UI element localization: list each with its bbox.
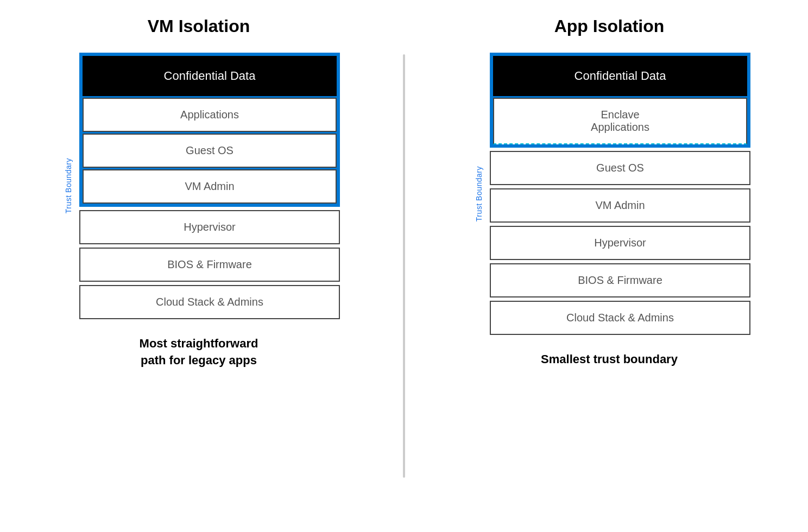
vm-trust-box: Confidential Data Applications Guest OS … bbox=[79, 53, 340, 207]
app-bios-row: BIOS & Firmware bbox=[490, 263, 750, 297]
app-isolation-panel: App Isolation Trust Boundary Confidentia… bbox=[411, 0, 808, 379]
vm-panel-title: VM Isolation bbox=[148, 16, 250, 36]
vm-trust-label-container: Trust Boundary bbox=[58, 158, 79, 213]
app-confidential-data-row: Confidential Data bbox=[493, 56, 747, 96]
app-cloud-stack-row: Cloud Stack & Admins bbox=[490, 301, 750, 335]
vm-confidential-data-row: Confidential Data bbox=[83, 56, 337, 96]
app-guest-os-row: Guest OS bbox=[490, 151, 750, 185]
app-hypervisor-row: Hypervisor bbox=[490, 226, 750, 260]
vm-hypervisor-row: Hypervisor bbox=[79, 210, 340, 244]
vertical-divider bbox=[403, 54, 405, 478]
vm-bios-row: BIOS & Firmware bbox=[79, 248, 340, 282]
app-panel-title: App Isolation bbox=[554, 16, 665, 36]
app-stack-wrapper: Trust Boundary Confidential Data Enclave… bbox=[421, 53, 797, 335]
page-container: VM Isolation Trust Boundary Confidential… bbox=[0, 0, 808, 532]
vm-panel-subtitle: Most straightforward path for legacy app… bbox=[140, 335, 258, 369]
vm-guest-os-row: Guest OS bbox=[83, 134, 337, 168]
app-trust-wrapper: Confidential Data Enclave Applications bbox=[490, 53, 750, 148]
app-trust-label-container: Trust Boundary bbox=[468, 166, 490, 221]
vm-trust-label: Trust Boundary bbox=[64, 158, 73, 213]
app-subtitle-text: Smallest trust boundary bbox=[541, 352, 678, 366]
vm-subtitle-text: Most straightforward path for legacy app… bbox=[140, 337, 258, 367]
app-panel-subtitle: Smallest trust boundary bbox=[541, 351, 678, 368]
app-trust-box: Confidential Data Enclave Applications bbox=[490, 53, 750, 148]
vm-applications-row: Applications bbox=[83, 98, 337, 132]
vm-vm-admin-row: VM Admin bbox=[83, 169, 337, 204]
vm-stack-wrapper: Trust Boundary Confidential Data Applica… bbox=[11, 53, 387, 319]
app-vm-admin-row: VM Admin bbox=[490, 188, 750, 223]
app-trust-label: Trust Boundary bbox=[475, 166, 483, 221]
app-enclave-row: Enclave Applications bbox=[493, 98, 747, 144]
vm-cloud-stack-row: Cloud Stack & Admins bbox=[79, 285, 340, 319]
vm-isolation-panel: VM Isolation Trust Boundary Confidential… bbox=[0, 0, 397, 380]
